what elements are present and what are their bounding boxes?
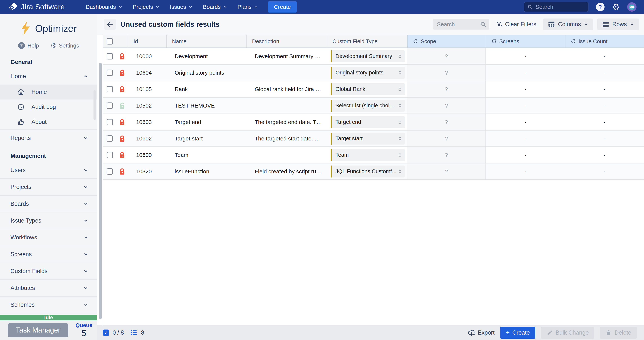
navbar-menu-plans[interactable]: Plans xyxy=(234,2,262,12)
sidebar-group-home[interactable]: Home xyxy=(0,68,97,84)
row-checkbox[interactable] xyxy=(106,102,113,109)
selected-count: 0 / 8 xyxy=(112,329,124,336)
lock-column-header xyxy=(116,35,128,48)
column-header-screens[interactable]: Screens xyxy=(486,35,565,48)
create-button[interactable]: + Create xyxy=(500,327,535,339)
custom-field-type-select[interactable]: Original story points xyxy=(330,67,406,79)
cell-scope: ? xyxy=(407,65,486,80)
navbar-menus: DashboardsProjectsIssuesBoardsPlans xyxy=(82,2,262,12)
navbar-menu-issues[interactable]: Issues xyxy=(166,2,196,12)
custom-field-type-select[interactable]: Target end xyxy=(330,116,406,128)
sidebar-group-boards[interactable]: Boards xyxy=(0,195,97,212)
filter-clear-icon xyxy=(496,21,503,28)
gear-icon: ⚙ xyxy=(50,42,56,49)
cell-scope: ? xyxy=(407,114,486,130)
custom-field-type-select[interactable]: Select List (single choi... xyxy=(330,100,406,112)
custom-field-type-select[interactable]: Development Summary xyxy=(330,50,406,62)
custom-field-type-value: Development Summary xyxy=(336,53,398,59)
home-icon xyxy=(17,88,25,96)
sidebar-group-reports[interactable]: Reports xyxy=(0,130,97,146)
export-button[interactable]: Export xyxy=(468,329,494,336)
rows-button[interactable]: Rows xyxy=(597,18,639,30)
row-checkbox[interactable] xyxy=(106,70,113,76)
lightning-icon xyxy=(20,21,31,36)
table-search-input[interactable] xyxy=(437,21,480,28)
row-checkbox[interactable] xyxy=(106,119,113,125)
select-all-checkbox[interactable] xyxy=(106,38,113,44)
row-checkbox[interactable] xyxy=(106,53,113,60)
task-manager-button[interactable]: Task Manager xyxy=(8,323,68,337)
cell-name: TEST REMOVE xyxy=(166,98,246,114)
clear-filters-button[interactable]: Clear Filters xyxy=(496,21,536,28)
table-search[interactable] xyxy=(433,19,489,30)
bulk-change-button[interactable]: Bulk Change xyxy=(541,327,594,339)
sidebar-help-link[interactable]: ? Help xyxy=(18,42,39,49)
cell-id: 10000 xyxy=(128,48,166,64)
sidebar-group-projects[interactable]: Projects xyxy=(0,178,97,195)
navbar-menu-dashboards[interactable]: Dashboards xyxy=(82,2,126,12)
sidebar-group-attributes[interactable]: Attributes xyxy=(0,280,97,296)
columns-button[interactable]: Columns xyxy=(543,18,593,30)
main-header: Unused custom fields results xyxy=(97,14,644,35)
sidebar-section-management: Management xyxy=(0,146,97,162)
sidebar-group-label: Users xyxy=(10,167,26,174)
cell-name: issueFunction xyxy=(166,164,246,179)
sidebar-group-issue-types[interactable]: Issue Types xyxy=(0,212,97,229)
row-checkbox[interactable] xyxy=(106,86,113,92)
sidebar-group-schemes[interactable]: Schemes xyxy=(0,296,97,313)
lock-icon xyxy=(116,48,128,64)
custom-field-type-select[interactable]: Global Rank xyxy=(330,83,406,95)
column-header-description[interactable]: Description xyxy=(246,35,327,48)
selection-checkbox[interactable]: ✓ xyxy=(103,330,109,336)
row-checkbox[interactable] xyxy=(106,152,113,158)
column-header-name[interactable]: Name xyxy=(166,35,246,48)
select-chevrons-icon xyxy=(398,70,402,76)
sidebar-group-workflows[interactable]: Workflows xyxy=(0,229,97,246)
jira-logo-icon xyxy=(8,2,17,11)
sidebar-item-audit-log[interactable]: Audit Log xyxy=(0,100,97,114)
cell-screens: - xyxy=(486,98,565,114)
chevron-down-icon xyxy=(118,5,122,9)
avatar[interactable] xyxy=(627,2,636,12)
column-header-custom-field-type[interactable]: Custom Field Type xyxy=(327,35,407,48)
help-icon[interactable]: ? xyxy=(596,2,604,11)
sidebar-scrollbar[interactable] xyxy=(94,90,96,120)
custom-field-type-select[interactable]: JQL Functions Customf... xyxy=(330,166,406,178)
custom-field-type-select[interactable]: Team xyxy=(330,149,406,161)
gear-icon[interactable]: ⚙ xyxy=(612,2,620,11)
sidebar-group-label: Attributes xyxy=(10,285,35,292)
custom-field-type-select[interactable]: Target start xyxy=(330,132,406,144)
back-button[interactable] xyxy=(104,19,116,30)
navbar-search-input[interactable] xyxy=(536,4,580,10)
sidebar-item-home[interactable]: Home xyxy=(0,84,97,100)
column-header-id[interactable]: Id xyxy=(128,35,166,48)
queue-label: Queue xyxy=(76,322,92,328)
cell-issue-count: - xyxy=(565,114,644,130)
row-checkbox[interactable] xyxy=(106,168,113,175)
sidebar-group-users[interactable]: Users xyxy=(0,162,97,178)
lock-icon xyxy=(116,130,128,146)
navbar-create-button[interactable]: Create xyxy=(268,1,297,12)
column-header-scope[interactable]: Scope xyxy=(407,35,486,48)
delete-button[interactable]: Delete xyxy=(600,327,637,339)
cell-name: Team xyxy=(166,147,246,163)
export-label: Export xyxy=(478,329,494,336)
sidebar-group-custom-fields[interactable]: Custom Fields xyxy=(0,262,97,280)
row-checkbox[interactable] xyxy=(106,136,113,142)
navbar-search[interactable] xyxy=(524,2,588,12)
sidebar-group-screens[interactable]: Screens xyxy=(0,246,97,262)
sidebar-group-label: Workflows xyxy=(10,234,37,241)
sidebar-item-about[interactable]: About xyxy=(0,114,97,130)
sidebar-settings-link[interactable]: ⚙ Settings xyxy=(50,42,79,49)
sidebar-group-label: Projects xyxy=(10,184,32,190)
cell-custom-field-type: Target start xyxy=(327,130,407,146)
navbar-menu-label: Plans xyxy=(238,4,252,10)
jira-logo[interactable]: Jira Software xyxy=(8,2,65,11)
chevron-down-icon xyxy=(84,136,88,140)
main-content: Unused custom fields results xyxy=(97,14,644,340)
navbar-menu-projects[interactable]: Projects xyxy=(129,2,163,12)
column-header-issue-count[interactable]: Issue Count xyxy=(565,35,644,48)
app-body: Optimizer ? Help ⚙ Settings GeneralHomeH… xyxy=(0,14,644,340)
main-scrollbar[interactable] xyxy=(99,63,102,319)
navbar-menu-boards[interactable]: Boards xyxy=(199,2,231,12)
